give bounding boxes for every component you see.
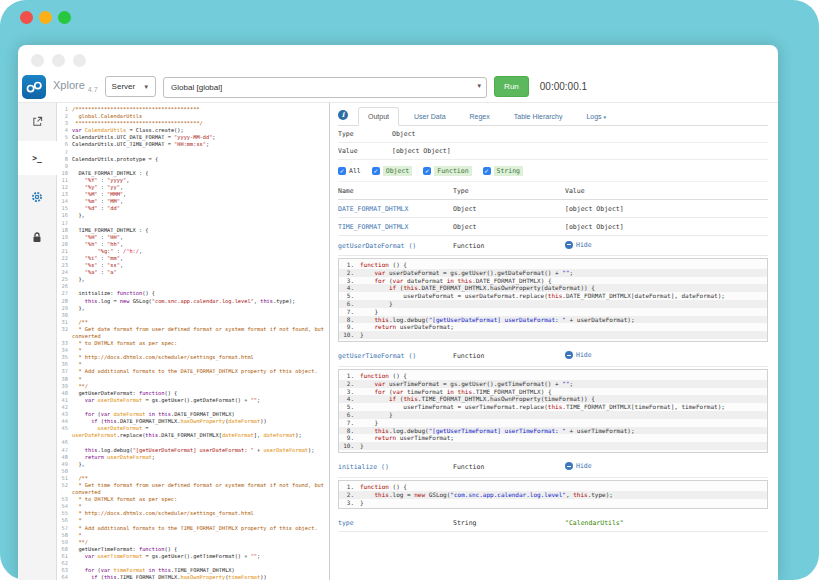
table-row: DATE_FORMAT_DHTMLXObject[object Object] xyxy=(338,200,768,218)
tab-output[interactable]: Output xyxy=(358,107,399,126)
line-number: 16 xyxy=(57,212,72,219)
tab-logs[interactable]: Logs▾ xyxy=(577,108,615,125)
editor-line: 42 xyxy=(57,404,329,411)
editor-line: 63 for (var timeFormat in this.TIME_FORM… xyxy=(57,567,329,574)
code-line-text: function () { xyxy=(360,372,407,380)
code-line-text: CalendarUtils.prototype = { xyxy=(72,156,329,163)
editor-line: 18 TIME_FORMAT_DHTMLX : { xyxy=(57,227,329,234)
result-name-link[interactable]: getUserDateFormat () xyxy=(338,242,453,250)
line-number: 31 xyxy=(57,319,72,326)
close-window-icon[interactable] xyxy=(20,11,33,24)
editor-line: 56 * xyxy=(57,517,329,524)
zoom-window-icon[interactable] xyxy=(58,11,71,24)
sidebar-item-settings[interactable] xyxy=(18,183,57,211)
editor-line: 47 this.log.debug("[getUserDateFormat] u… xyxy=(57,447,329,454)
checkbox-icon[interactable]: ✓ xyxy=(423,167,431,175)
code-block-line: 1.function () { xyxy=(339,483,767,491)
code-block-line: 6. } xyxy=(339,300,767,308)
chevron-down-icon[interactable]: ▼ xyxy=(476,83,482,89)
code-line-text: } xyxy=(360,499,364,507)
minimize-window-icon[interactable] xyxy=(39,11,52,24)
run-button[interactable]: Run xyxy=(494,76,529,97)
table-row: getUserTimeFormat ()FunctionHide xyxy=(338,347,768,367)
line-number: 3. xyxy=(339,277,360,285)
filter-object[interactable]: ✓Object xyxy=(372,166,412,176)
editor-line: 64 if (this.TIME_FORMAT_DHTMLX.hasOwnPro… xyxy=(57,574,329,580)
result-type: String xyxy=(453,519,565,527)
sidebar-item-open-external[interactable] xyxy=(18,107,57,135)
editor-line: 11 "%Y" : "yyyy", xyxy=(57,177,329,184)
editor-line: 2 global.CalendarUtils xyxy=(57,113,329,120)
filter-all[interactable]: ✓All xyxy=(338,167,361,175)
code-line-text xyxy=(72,163,329,170)
hide-link[interactable]: Hide xyxy=(565,351,592,359)
checkbox-icon[interactable]: ✓ xyxy=(372,167,380,175)
code-block-line: 8. this.log.debug("[getUserTimeFormat] u… xyxy=(339,427,767,435)
editor-line: 23 "%s" : "ss", xyxy=(57,262,329,269)
filter-function[interactable]: ✓Function xyxy=(423,166,471,176)
result-name-link[interactable]: type xyxy=(338,519,453,527)
code-block-line: 9. return userDateFormat; xyxy=(339,323,767,331)
code-line-text: "%a" : "a" xyxy=(72,269,329,276)
scope-select[interactable]: Server ▼ xyxy=(105,76,157,97)
line-number: 26 xyxy=(57,283,72,290)
checkbox-icon[interactable]: ✓ xyxy=(483,167,491,175)
code-line-text: global.CalendarUtils xyxy=(72,113,329,120)
line-number: 56 xyxy=(57,517,72,524)
line-number: 5. xyxy=(339,403,360,411)
tab-table-hierarchy[interactable]: Table Hierarchy xyxy=(505,108,572,125)
code-block-line: 7. } xyxy=(339,308,767,316)
browser-frame: Xplore 4.7 Server ▼ ▼ Run 00:00:00.1 xyxy=(0,0,819,580)
terminal-icon: >_ xyxy=(32,154,42,163)
xplore-app-window: Xplore 4.7 Server ▼ ▼ Run 00:00:00.1 xyxy=(18,45,778,580)
output-tabbar: i OutputUser DataRegexTable HierarchyLog… xyxy=(338,103,768,126)
editor-line: 41 var userDateFormat = gs.getUser().get… xyxy=(57,397,329,404)
target-input[interactable] xyxy=(163,77,487,98)
editor-line: 46 xyxy=(57,439,329,446)
line-number: 52 xyxy=(57,482,72,496)
line-number: 2. xyxy=(339,380,360,388)
line-number: 59 xyxy=(57,539,72,546)
result-name-link[interactable]: getUserTimeFormat () xyxy=(338,352,453,360)
result-name-link[interactable]: initialize () xyxy=(338,463,453,471)
code-block-line: 1.function () { xyxy=(339,261,767,269)
code-line-text: } xyxy=(360,331,364,339)
info-icon[interactable]: i xyxy=(338,110,348,120)
editor-line: 22 "%i" : "mm", xyxy=(57,255,329,262)
code-line-text: "%m" : "MM", xyxy=(72,198,329,205)
result-name-link[interactable]: TIME_FORMAT_DHTMLX xyxy=(338,223,453,231)
editor-line: 31 /** xyxy=(57,319,329,326)
code-line-text: * xyxy=(72,347,329,354)
filter-label: String xyxy=(494,166,523,176)
code-line-text: /** xyxy=(72,319,329,326)
result-name-link[interactable]: DATE_FORMAT_DHTMLX xyxy=(338,205,453,213)
hide-link[interactable]: Hide xyxy=(565,462,592,470)
code-line-text: this.log.debug("[getUserDateFormat] user… xyxy=(72,447,329,454)
function-code-block: 1.function () {2. var userTimeFormat = g… xyxy=(338,369,768,453)
editor-line: 50 xyxy=(57,468,329,475)
editor-line: 48 return userDateFormat; xyxy=(57,454,329,461)
filter-string[interactable]: ✓String xyxy=(483,166,523,176)
table-row: TIME_FORMAT_DHTMLXObject[object Object] xyxy=(338,218,768,236)
inner-zoom-icon xyxy=(73,54,86,67)
tab-regex[interactable]: Regex xyxy=(461,108,499,125)
result-type: Object xyxy=(453,223,565,231)
line-number: 7. xyxy=(339,419,360,427)
code-editor[interactable]: 1/**************************************… xyxy=(57,103,330,580)
code-line-text: function () { xyxy=(360,261,407,269)
sidebar-item-console[interactable]: >_ xyxy=(18,141,57,175)
line-number: 40 xyxy=(57,390,72,397)
editor-line: 49 }, xyxy=(57,461,329,468)
sidebar-item-security[interactable] xyxy=(18,223,57,251)
code-line-text: this.log.debug("[getUserDateFormat] user… xyxy=(360,316,635,324)
editor-line: 3 **************************************… xyxy=(57,120,329,127)
code-line-text: var CalendarUtils = Class.create(); xyxy=(72,127,329,134)
summary-label: Value xyxy=(338,147,392,155)
hide-link[interactable]: Hide xyxy=(565,241,592,249)
tab-user-data[interactable]: User Data xyxy=(405,108,455,125)
checkbox-icon[interactable]: ✓ xyxy=(338,167,346,175)
editor-line: 39 **/ xyxy=(57,383,329,390)
editor-line: 28 this.log = new GSLog("com.snc.app.cal… xyxy=(57,298,329,305)
editor-line: 45 userDateFormat = userDateFormat.repla… xyxy=(57,425,329,439)
code-line-text: userDateFormat = userDateFormat.replace(… xyxy=(360,292,725,300)
